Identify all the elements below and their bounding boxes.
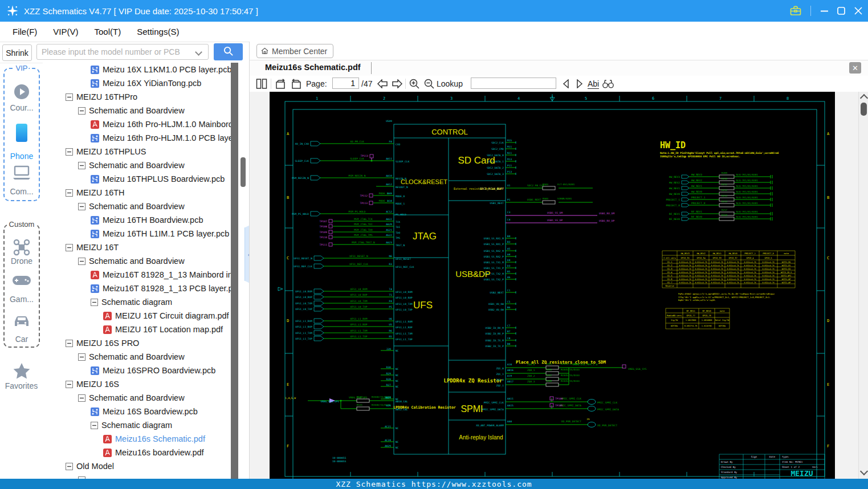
- tree-item[interactable]: MEIZU 16T Circuit diagram.pdf: [43, 309, 231, 323]
- rail-item-phone[interactable]: Phone: [5, 152, 39, 161]
- lookup-input[interactable]: [471, 78, 556, 89]
- collapse-icon[interactable]: [78, 203, 85, 210]
- tree-node-meizu-16thpro[interactable]: MEIZU 16THPro: [43, 90, 231, 104]
- maximize-button[interactable]: [833, 0, 850, 22]
- collapse-icon[interactable]: [78, 258, 85, 265]
- page-number-input[interactable]: [332, 78, 359, 89]
- close-button[interactable]: [850, 0, 867, 22]
- collapse-icon[interactable]: [66, 148, 73, 156]
- menu-vip[interactable]: VIP(V): [50, 26, 81, 38]
- tree-node-meizu-16t[interactable]: MEIZU 16T: [43, 241, 231, 254]
- search-input[interactable]: [36, 44, 209, 60]
- tree-item[interactable]: Meizu 16THPLUS Boardview.pcb: [43, 172, 231, 186]
- scroll-down-icon[interactable]: [860, 467, 868, 475]
- tree-node-schematic-diagram[interactable]: Schematic diagram: [43, 418, 231, 432]
- tab-meizu16s-schematic[interactable]: Meizu16s Schematic.pdf: [265, 63, 361, 72]
- rail-item-gam[interactable]: Gam...: [5, 295, 39, 304]
- vip-briefcase-icon[interactable]: [787, 0, 804, 22]
- pdf-scrollbar-thumb[interactable]: [861, 103, 867, 116]
- collapse-icon[interactable]: [66, 381, 73, 388]
- tree-scrollbar-track[interactable]: [231, 63, 238, 479]
- tree-item[interactable]: Meizu 16th Pro-HLJM.1.0 PCB layer.pcb: [43, 131, 231, 145]
- schematic-canvas[interactable]: 12345678AABBCCDDEEFFXO_IN_CXOXO_PM_CLKF8…: [270, 92, 835, 479]
- collapse-icon[interactable]: [66, 463, 73, 470]
- collapse-icon[interactable]: [91, 422, 98, 429]
- search-next-icon[interactable]: [573, 78, 586, 90]
- phone-icon[interactable]: [5, 123, 39, 145]
- tree-node-schematic-diagram[interactable]: Schematic diagram: [43, 295, 231, 309]
- collapse-icon[interactable]: [78, 107, 85, 115]
- zoom-in-icon[interactable]: [408, 78, 421, 90]
- tree-node-schematic-and-boardview[interactable]: Schematic and Boardview: [43, 391, 231, 405]
- svg-text:R27: R27: [386, 384, 391, 386]
- tree-item[interactable]: Meizu16T 81928_1_13 PCB layer.pcb: [43, 282, 231, 295]
- rail-item-favorites[interactable]: Favorites: [0, 381, 43, 390]
- tree-node-meizu-16th[interactable]: MEIZU 16TH: [43, 186, 231, 199]
- menu-tool[interactable]: Tool(T): [91, 26, 125, 38]
- two-page-view-icon[interactable]: [255, 78, 268, 90]
- tree-node-meizu-16s[interactable]: MEIZU 16S: [43, 377, 231, 391]
- gamepad-icon[interactable]: [5, 274, 39, 289]
- tree-item[interactable]: Meizu 16S Boardview.pcb: [43, 405, 231, 418]
- tree-node-schematic-and-boardview[interactable]: Schematic and Boardview: [43, 350, 231, 364]
- tree-node-old-model[interactable]: Old Model: [43, 459, 231, 473]
- rail-item-cour[interactable]: Cour...: [5, 103, 39, 112]
- rail-item-car[interactable]: Car: [5, 335, 39, 344]
- tree-node-schematic-and-boardview[interactable]: Schematic and Boardview: [43, 158, 231, 172]
- collapse-icon[interactable]: [78, 162, 85, 169]
- svg-text:V1.3: V1.3: [667, 268, 673, 270]
- svg-text:A4: A4: [507, 253, 511, 256]
- collapse-icon[interactable]: [66, 189, 73, 197]
- search-button[interactable]: [214, 43, 243, 60]
- menu-settings[interactable]: Settings(S): [133, 26, 182, 38]
- rail-item-drone[interactable]: Drone: [5, 256, 39, 266]
- tree-item[interactable]: Meizu 16TH Boardview.pcb: [43, 213, 231, 227]
- prev-page-icon[interactable]: [376, 78, 389, 90]
- tree-item[interactable]: Meizu 16th Pro-HLJM.1.0 Mainbord in.pdf: [43, 117, 231, 131]
- tree-item[interactable]: Meizu16s Schematic.pdf: [43, 432, 231, 446]
- search-icon: [223, 46, 234, 59]
- tree-item[interactable]: Meizu16s boardview.pdf: [43, 446, 231, 459]
- collapse-icon[interactable]: [66, 340, 73, 347]
- minimize-button[interactable]: [816, 0, 833, 22]
- tree-item[interactable]: [43, 473, 231, 479]
- collapse-icon[interactable]: [78, 394, 85, 402]
- car-icon[interactable]: [5, 313, 39, 331]
- search-prev-icon[interactable]: [560, 78, 572, 90]
- close-tab-icon[interactable]: ✕: [849, 62, 861, 74]
- binoculars-icon[interactable]: [602, 78, 614, 90]
- pdf-scrollbar[interactable]: [858, 92, 868, 479]
- tree-node-schematic-and-boardview[interactable]: Schematic and Boardview: [43, 254, 231, 268]
- course-play-icon[interactable]: [5, 83, 39, 103]
- tree-item[interactable]: Meizu16T 81928_1_13 Mainbord in.pdf: [43, 268, 231, 282]
- collapse-icon[interactable]: [66, 93, 73, 101]
- tree-node-schematic-and-boardview[interactable]: Schematic and Boardview: [43, 199, 231, 213]
- next-page-icon[interactable]: [391, 78, 404, 90]
- collapse-icon[interactable]: [66, 244, 73, 251]
- tree-item[interactable]: MEIZU 16T Location map.pdf: [43, 323, 231, 336]
- computer-icon[interactable]: [5, 165, 39, 183]
- rotate-right-icon[interactable]: [290, 78, 303, 90]
- tree-node-meizu-16thplus[interactable]: MEIZU 16THPLUS: [43, 145, 231, 158]
- drone-icon[interactable]: [5, 238, 39, 259]
- zoom-out-icon[interactable]: [423, 78, 435, 90]
- tree-item[interactable]: Meizu 16X YiDianTong.pcb: [43, 76, 231, 90]
- tree-item[interactable]: Meizu 16SPRO Boardview.pcb: [43, 364, 231, 377]
- tree-scrollbar-thumb[interactable]: [241, 157, 246, 187]
- svg-text:NC: NC: [396, 374, 399, 377]
- menu-file[interactable]: File(F): [9, 26, 40, 38]
- member-center-button[interactable]: Member Center: [256, 44, 333, 58]
- shrink-button[interactable]: Shrink: [2, 44, 32, 61]
- match-case-abi-button[interactable]: Abi: [588, 79, 599, 89]
- collapse-icon[interactable]: [91, 299, 98, 306]
- tree-item[interactable]: Meizu 16X L1KM1.0 PCB layer.pcb: [43, 63, 231, 76]
- tree-item[interactable]: Meizu 16TH L1IM.1 PCB layer.pcb: [43, 227, 231, 241]
- tree-node-meizu-16s-pro[interactable]: MEIZU 16S PRO: [43, 336, 231, 350]
- rotate-left-icon[interactable]: [274, 78, 287, 90]
- rail-item-com[interactable]: Com...: [5, 187, 39, 196]
- tree-node-schematic-and-boardview[interactable]: Schematic and Boardview: [43, 104, 231, 117]
- collapse-icon[interactable]: [78, 353, 85, 361]
- pdf-document-area[interactable]: 12345678AABBCCDDEEFFXO_IN_CXOXO_PM_CLKF8…: [250, 92, 868, 479]
- scroll-up-icon[interactable]: [860, 94, 868, 102]
- star-icon[interactable]: [0, 362, 43, 382]
